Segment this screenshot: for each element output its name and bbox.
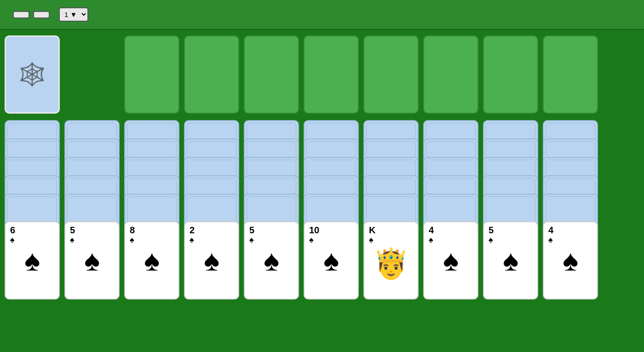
card-suit-top: ♠ [429, 235, 433, 245]
card-suit-center: ♠ [204, 243, 219, 277]
column-8: 4♠♠ [423, 120, 478, 304]
card-faceup-col1-1[interactable]: 6♠♠ [5, 221, 60, 300]
column-5: 5♠♠ [244, 120, 299, 304]
stock-icon: 🕸️ [18, 62, 46, 87]
card-rank: 8 [130, 225, 135, 236]
card-suit-top: ♠ [130, 235, 134, 245]
column-4: 2♠♠ [184, 120, 239, 304]
card-rank: 10 [309, 225, 319, 236]
column-7: K♠🤴 [363, 120, 419, 304]
card-suit-top: ♠ [369, 235, 374, 245]
card-suit-top: ♠ [548, 235, 553, 245]
card-faceup-col9-1[interactable]: 5♠♠ [483, 221, 538, 300]
card-rank: 2 [190, 225, 195, 236]
foundation-slot-7[interactable] [483, 35, 538, 114]
card-suit-top: ♠ [10, 235, 15, 245]
foundation-slot-2[interactable] [184, 35, 239, 114]
column-3: 8♠♠ [124, 120, 179, 304]
column-1: 6♠♠ [5, 120, 60, 304]
card-suit-center: ♠ [84, 243, 100, 277]
replay-button[interactable] [33, 11, 50, 18]
card-suit-center: ♠ [144, 243, 160, 277]
foundation-slot-5[interactable] [363, 35, 419, 114]
column-6: 10♠♠ [304, 120, 359, 304]
top-row: 🕸️ [5, 35, 639, 114]
card-faceup-col7-1[interactable]: K♠🤴 [363, 221, 419, 300]
stock-pile[interactable]: 🕸️ [5, 35, 60, 114]
column-2: 5♠♠ [64, 120, 120, 304]
foundation-slot-1[interactable] [124, 35, 179, 114]
card-suit-center: ♠ [24, 243, 40, 277]
card-suit-top: ♠ [70, 235, 75, 245]
card-rank: 5 [70, 225, 75, 236]
column-10: 4♠♠ [543, 120, 598, 304]
card-rank: 6 [10, 225, 15, 236]
columns-area: 6♠♠5♠♠8♠♠2♠♠5♠♠10♠♠K♠🤴4♠♠5♠♠4♠♠ [5, 120, 639, 304]
card-faceup-col4-1[interactable]: 2♠♠ [184, 221, 239, 300]
card-faceup-col8-1[interactable]: 4♠♠ [423, 221, 478, 300]
card-suit-center: ♠ [443, 243, 459, 277]
card-suit-top: ♠ [190, 235, 194, 245]
foundation-slot-3[interactable] [244, 35, 299, 114]
game-area: 🕸️ 6♠♠5♠♠8♠♠2♠♠5♠♠10♠♠K♠🤴4♠♠5♠♠4♠♠ [0, 30, 644, 310]
card-faceup-col3-1[interactable]: 8♠♠ [124, 221, 179, 300]
card-rank: 4 [548, 225, 553, 236]
card-faceup-col5-1[interactable]: 5♠♠ [244, 221, 299, 300]
card-suit-center: ♠ [563, 243, 578, 277]
card-suit-top: ♠ [249, 235, 254, 245]
foundation-slot-8[interactable] [543, 35, 598, 114]
suits-select[interactable]: 1 ▼ 2 ▼ 4 ▼ [59, 7, 88, 22]
card-rank: 5 [489, 225, 494, 236]
card-suit-top: ♠ [309, 235, 314, 245]
column-9: 5♠♠ [483, 120, 538, 304]
new-button[interactable] [13, 11, 29, 18]
foundation-slot-4[interactable] [304, 35, 359, 114]
card-faceup-col10-1[interactable]: 4♠♠ [543, 221, 598, 300]
foundation-slot-6[interactable] [423, 35, 478, 114]
card-suit-center: ♠ [503, 243, 518, 277]
header: 1 ▼ 2 ▼ 4 ▼ [0, 0, 644, 30]
card-rank: K [369, 225, 375, 236]
card-faceup-col2-1[interactable]: 5♠♠ [64, 221, 120, 300]
card-rank: 4 [429, 225, 434, 236]
card-faceup-col6-1[interactable]: 10♠♠ [304, 221, 359, 300]
card-suit-center: ♠ [264, 243, 279, 277]
card-suit-center: ♠ [323, 243, 339, 277]
card-suit-top: ♠ [489, 235, 493, 245]
card-rank: 5 [249, 225, 254, 236]
king-emoji: 🤴 [373, 247, 409, 281]
